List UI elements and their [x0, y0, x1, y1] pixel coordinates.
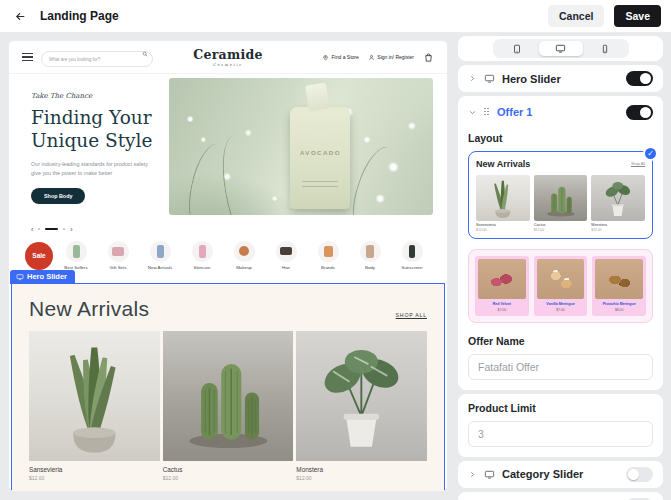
drag-handle-icon[interactable] [484, 108, 490, 117]
category-label: Sunscreen [393, 265, 431, 270]
mini-product-price: $8.00 [595, 308, 643, 312]
hero-slider-toggle[interactable] [626, 71, 653, 86]
layout-option-pink[interactable]: Red Velvet $7.00 Vanilla Meringue $7.00 … [468, 249, 653, 323]
tablet-device-button[interactable] [495, 41, 539, 56]
logo-subtitle: Cosmetic [193, 63, 263, 67]
category-label: Brands [309, 265, 347, 270]
search-input[interactable] [41, 51, 153, 67]
product-card-sansevieria[interactable]: Sansevieria $12.00 [29, 331, 160, 481]
product-bottle: · · · AVOCADO [290, 107, 350, 209]
sansevieria-image [29, 331, 160, 461]
mini-product-card: Vanilla Meringue $7.00 [534, 256, 588, 316]
product-name: Monstera [296, 466, 427, 473]
category-item-gift-sets[interactable]: Gift Sets [99, 241, 137, 270]
layout-option-plants[interactable]: ✓ New Arrivals Shop All [468, 151, 653, 239]
carousel-active-indicator[interactable] [45, 228, 58, 230]
device-segmented-control [493, 39, 629, 58]
section-row-label: Offer 1 [497, 106, 619, 118]
category-label: Hair [267, 265, 305, 270]
offer-section-card: Offer 1 Layout ✓ New Arrivals Shop All [458, 96, 663, 390]
layout-preview-shop-all: Shop All [631, 162, 645, 166]
red-velvet-cookie-image [478, 259, 526, 299]
mini-product-price: $7.00 [537, 308, 585, 312]
cancel-button[interactable]: Cancel [548, 5, 604, 27]
mobile-device-button[interactable] [583, 41, 627, 56]
header-actions: Find a Store Sign in/ Register [322, 52, 434, 63]
carousel-dot[interactable] [38, 228, 40, 230]
storefront-logo[interactable]: Ceramide Cosmetic [193, 47, 263, 67]
desktop-device-button[interactable] [539, 41, 583, 56]
product-price: $12.00 [296, 475, 427, 481]
mobile-icon [600, 44, 610, 54]
category-thumb [66, 241, 87, 262]
monitor-icon [484, 469, 495, 480]
category-item-new-arrivals[interactable]: New Arrivals [141, 241, 179, 270]
chevron-right-icon[interactable] [468, 74, 477, 83]
section-row-label: Category Slider [502, 468, 619, 480]
preview-canvas: Ceramide Cosmetic Find a Store Sign in/ … [8, 40, 448, 492]
carousel-dot[interactable] [63, 228, 65, 230]
section-row-category-slider-1[interactable]: Category Slider [458, 461, 663, 488]
section-badge-hero-slider[interactable]: Hero Slider [10, 270, 75, 284]
new-arrivals-title: New Arrivals [29, 297, 149, 321]
editor-panel: Hero Slider Offer 1 Layout ✓ New Arrival… [458, 36, 663, 500]
section-row-label: Hero Slider [502, 73, 619, 85]
category-item-best-sellers[interactable]: Best Sellers [57, 241, 95, 270]
hero-section: Take The Chance Finding Your Unique Styl… [9, 74, 447, 233]
shop-body-button[interactable]: Shop Body [31, 188, 85, 204]
storefront-header: Ceramide Cosmetic Find a Store Sign in/ … [9, 41, 447, 74]
bottle-line [302, 181, 338, 182]
product-card-monstera[interactable]: Monstera $12.00 [296, 331, 427, 481]
sale-badge[interactable]: Sale [25, 242, 53, 270]
product-card-cactus[interactable]: Cactus $12.00 [163, 331, 294, 481]
hero-title-line2: Unique Style [31, 130, 152, 151]
mini-product-card: Pistachio Meringue $8.00 [592, 256, 646, 316]
mini-product-card: Monstera $12.00 [591, 175, 645, 232]
category-slider-toggle[interactable] [626, 467, 653, 482]
category-item-body[interactable]: Body [351, 241, 389, 270]
category-item-skincare[interactable]: Skincare [183, 241, 221, 270]
sign-in-label: Sign in/ Register [377, 54, 414, 60]
offer-name-label: Offer Name [468, 335, 653, 347]
prev-arrow-icon[interactable]: ‹ [31, 226, 33, 233]
storefront-search [41, 47, 153, 68]
choc-cookie-image [595, 259, 643, 299]
hero-description: Our industry-leading standards for produ… [31, 160, 155, 178]
category-item-brands[interactable]: Brands [309, 241, 347, 270]
sign-in-link[interactable]: Sign in/ Register [368, 54, 414, 61]
category-item-makeup[interactable]: Makeup [225, 241, 263, 270]
next-arrow-icon[interactable]: › [70, 226, 72, 233]
new-arrivals-header: New Arrivals SHOP ALL [29, 297, 427, 321]
cart-bag-icon[interactable] [423, 52, 434, 63]
save-button[interactable]: Save [614, 5, 661, 27]
category-thumb [234, 241, 255, 262]
section-row-offer-1[interactable]: Offer 1 [468, 102, 653, 122]
monitor-icon [16, 273, 24, 281]
product-name: Sansevieria [29, 466, 160, 473]
category-item-hair[interactable]: Hair [267, 241, 305, 270]
category-item-sunscreen[interactable]: Sunscreen [393, 241, 431, 270]
new-arrivals-section[interactable]: New Arrivals SHOP ALL [11, 283, 445, 492]
menu-icon[interactable] [22, 53, 33, 62]
chevron-right-icon[interactable] [468, 470, 477, 479]
section-row-hero-slider[interactable]: Hero Slider [458, 65, 663, 92]
product-limit-input[interactable] [468, 421, 653, 447]
shop-all-link[interactable]: SHOP ALL [396, 312, 427, 321]
sansevieria-thumb [476, 175, 530, 221]
section-row-category-slider-2[interactable]: Category Slider [458, 492, 663, 500]
bottle-label: AVOCADO [290, 149, 350, 156]
chevron-down-icon[interactable] [468, 108, 477, 117]
hero-carousel-controls: ‹ › [31, 226, 157, 233]
mini-product-name: Pistachio Meringue [595, 302, 643, 306]
cactus-thumb [534, 175, 588, 221]
check-icon: ✓ [643, 146, 658, 161]
back-arrow-icon[interactable] [10, 6, 30, 26]
hero-text-block: Take The Chance Finding Your Unique Styl… [23, 78, 161, 233]
offer-toggle[interactable] [626, 105, 653, 120]
user-icon [368, 54, 375, 61]
hero-banner-image[interactable]: · · · AVOCADO [169, 78, 433, 215]
find-store-link[interactable]: Find a Store [322, 54, 359, 61]
offer-name-input[interactable] [468, 354, 653, 380]
desktop-icon [555, 43, 566, 54]
tablet-icon [512, 44, 522, 54]
